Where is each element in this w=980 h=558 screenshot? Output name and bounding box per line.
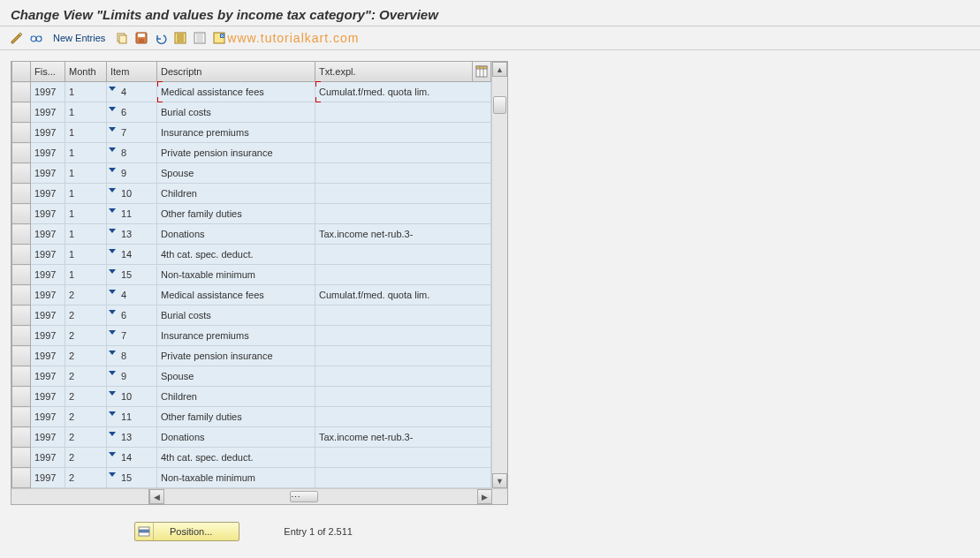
cell-fis[interactable]: 1997 bbox=[31, 143, 65, 163]
table-row[interactable]: 1997110Children bbox=[12, 184, 491, 204]
chevron-down-icon[interactable] bbox=[109, 229, 116, 233]
row-selector[interactable] bbox=[12, 326, 31, 346]
cell-txtexpl[interactable] bbox=[315, 163, 491, 184]
cell-item[interactable]: 8 bbox=[107, 346, 157, 366]
cell-description[interactable]: Other family duties bbox=[157, 407, 315, 427]
cell-txtexpl[interactable] bbox=[315, 366, 491, 387]
cell-month[interactable]: 1 bbox=[65, 224, 107, 245]
select-all-icon[interactable] bbox=[172, 30, 188, 46]
cell-description[interactable]: 4th cat. spec. deduct. bbox=[157, 245, 315, 265]
table-settings-icon[interactable] bbox=[472, 62, 491, 82]
cell-month[interactable]: 1 bbox=[65, 82, 107, 102]
scroll-left-icon[interactable]: ◀ bbox=[149, 489, 164, 504]
row-selector[interactable] bbox=[12, 305, 31, 326]
scroll-down-icon[interactable]: ▼ bbox=[492, 473, 507, 488]
table-row[interactable]: 1997213DonationsTax.income net-rub.3- bbox=[12, 427, 491, 448]
cell-item[interactable]: 14 bbox=[107, 245, 157, 265]
cell-txtexpl[interactable]: Tax.income net-rub.3- bbox=[315, 427, 491, 448]
row-selector[interactable] bbox=[12, 427, 31, 448]
deselect-all-icon[interactable] bbox=[192, 30, 208, 46]
cell-description[interactable]: Non-taxable minimum bbox=[157, 265, 315, 285]
cell-item[interactable]: 4 bbox=[107, 285, 157, 305]
cell-txtexpl[interactable] bbox=[315, 346, 491, 366]
cell-fis[interactable]: 1997 bbox=[31, 163, 65, 184]
cell-description[interactable]: Other family duties bbox=[157, 204, 315, 224]
cell-month[interactable]: 2 bbox=[65, 448, 107, 468]
new-entries-link[interactable]: New Entries bbox=[48, 33, 110, 43]
row-selector[interactable] bbox=[12, 184, 31, 204]
cell-month[interactable]: 2 bbox=[65, 285, 107, 305]
cell-item[interactable]: 15 bbox=[107, 265, 157, 285]
data-table[interactable]: Fis... Month Item Descriptn Txt.expl. 19… bbox=[11, 62, 491, 488]
cell-month[interactable]: 1 bbox=[65, 143, 107, 163]
cell-description[interactable]: Children bbox=[157, 184, 315, 204]
cell-txtexpl[interactable] bbox=[315, 448, 491, 468]
cell-description[interactable]: Private pension insurance bbox=[157, 346, 315, 366]
cell-fis[interactable]: 1997 bbox=[31, 468, 65, 488]
cell-item[interactable]: 9 bbox=[107, 163, 157, 184]
cell-fis[interactable]: 1997 bbox=[31, 102, 65, 123]
cell-txtexpl[interactable]: Cumulat.f/med. quota lim. bbox=[315, 82, 491, 102]
table-row[interactable]: 199729Spouse bbox=[12, 366, 491, 387]
chevron-down-icon[interactable] bbox=[109, 411, 116, 416]
cell-txtexpl[interactable] bbox=[315, 184, 491, 204]
chevron-down-icon[interactable] bbox=[109, 87, 116, 91]
table-row[interactable]: 19972144th cat. spec. deduct. bbox=[12, 448, 491, 468]
cell-fis[interactable]: 1997 bbox=[31, 82, 65, 102]
cell-fis[interactable]: 1997 bbox=[31, 204, 65, 224]
table-row[interactable]: 199714Medical assistance feesCumulat.f/m… bbox=[12, 82, 491, 102]
cell-txtexpl[interactable] bbox=[315, 204, 491, 224]
table-row[interactable]: 199717Insurance premiums bbox=[12, 123, 491, 143]
row-selector[interactable] bbox=[12, 285, 31, 305]
cell-txtexpl[interactable] bbox=[315, 468, 491, 488]
col-item[interactable]: Item bbox=[107, 62, 157, 82]
cell-month[interactable]: 2 bbox=[65, 387, 107, 407]
chevron-down-icon[interactable] bbox=[109, 208, 116, 213]
chevron-down-icon[interactable] bbox=[109, 330, 116, 335]
scroll-thumb[interactable]: ⋯ bbox=[290, 491, 318, 502]
cell-month[interactable]: 2 bbox=[65, 366, 107, 387]
cell-txtexpl[interactable]: Cumulat.f/med. quota lim. bbox=[315, 285, 491, 305]
delete-icon[interactable] bbox=[211, 30, 227, 46]
table-row[interactable]: 199719Spouse bbox=[12, 163, 491, 184]
chevron-down-icon[interactable] bbox=[109, 351, 116, 355]
cell-fis[interactable]: 1997 bbox=[31, 407, 65, 427]
row-selector[interactable] bbox=[12, 143, 31, 163]
cell-txtexpl[interactable] bbox=[315, 143, 491, 163]
table-row[interactable]: 199718Private pension insurance bbox=[12, 143, 491, 163]
cell-description[interactable]: Donations bbox=[157, 427, 315, 448]
cell-fis[interactable]: 1997 bbox=[31, 427, 65, 448]
row-selector[interactable] bbox=[12, 163, 31, 184]
undo-icon[interactable] bbox=[153, 30, 169, 46]
cell-description[interactable]: Spouse bbox=[157, 163, 315, 184]
cell-txtexpl[interactable] bbox=[315, 245, 491, 265]
cell-item[interactable]: 8 bbox=[107, 143, 157, 163]
cell-item[interactable]: 11 bbox=[107, 407, 157, 427]
cell-item[interactable]: 15 bbox=[107, 468, 157, 488]
table-row[interactable]: 199728Private pension insurance bbox=[12, 346, 491, 366]
chevron-down-icon[interactable] bbox=[109, 249, 116, 253]
cell-description[interactable]: Burial costs bbox=[157, 305, 315, 326]
col-txtexpl[interactable]: Txt.expl. bbox=[315, 62, 491, 82]
col-fis[interactable]: Fis... bbox=[31, 62, 65, 82]
cell-description[interactable]: Insurance premiums bbox=[157, 123, 315, 143]
cell-item[interactable]: 13 bbox=[107, 224, 157, 245]
table-row[interactable]: 199716Burial costs bbox=[12, 102, 491, 123]
cell-txtexpl[interactable] bbox=[315, 305, 491, 326]
row-selector[interactable] bbox=[12, 448, 31, 468]
chevron-down-icon[interactable] bbox=[109, 147, 116, 152]
row-selector[interactable] bbox=[12, 245, 31, 265]
cell-fis[interactable]: 1997 bbox=[31, 123, 65, 143]
cell-txtexpl[interactable] bbox=[315, 326, 491, 346]
cell-fis[interactable]: 1997 bbox=[31, 305, 65, 326]
cell-fis[interactable]: 1997 bbox=[31, 285, 65, 305]
chevron-down-icon[interactable] bbox=[109, 188, 116, 192]
cell-item[interactable]: 9 bbox=[107, 366, 157, 387]
row-selector[interactable] bbox=[12, 407, 31, 427]
table-row[interactable]: 1997215Non-taxable minimum bbox=[12, 468, 491, 488]
scroll-right-icon[interactable]: ▶ bbox=[477, 489, 492, 504]
cell-month[interactable]: 1 bbox=[65, 163, 107, 184]
chevron-down-icon[interactable] bbox=[109, 310, 116, 314]
cell-fis[interactable]: 1997 bbox=[31, 224, 65, 245]
col-month[interactable]: Month bbox=[65, 62, 107, 82]
